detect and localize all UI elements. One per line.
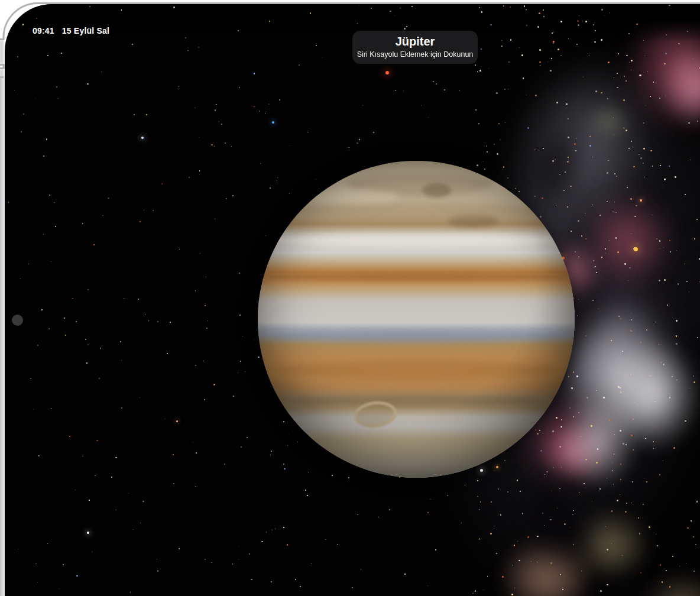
volume-button-top (0, 40, 4, 65)
device-side-bezel (0, 76, 5, 596)
banner-title: Jüpiter (396, 35, 435, 48)
status-date: 15 Eylül Sal (62, 26, 109, 35)
front-camera-icon (12, 315, 23, 326)
siri-shortcut-banner[interactable]: Jüpiter Siri Kısayolu Eklemek için Dokun… (352, 31, 478, 64)
planet-limb-shadow (258, 161, 575, 478)
banner-subtitle: Siri Kısayolu Eklemek için Dokunun (357, 50, 474, 59)
jupiter-planet (258, 161, 575, 478)
ipad-device-mockup: 09:41 15 Eylül Sal Jüpiter Siri Kısayolu… (0, 0, 700, 596)
ipad-screen: 09:41 15 Eylül Sal Jüpiter Siri Kısayolu… (5, 4, 700, 596)
status-bar: 09:41 15 Eylül Sal (33, 26, 109, 35)
status-time: 09:41 (33, 26, 54, 35)
